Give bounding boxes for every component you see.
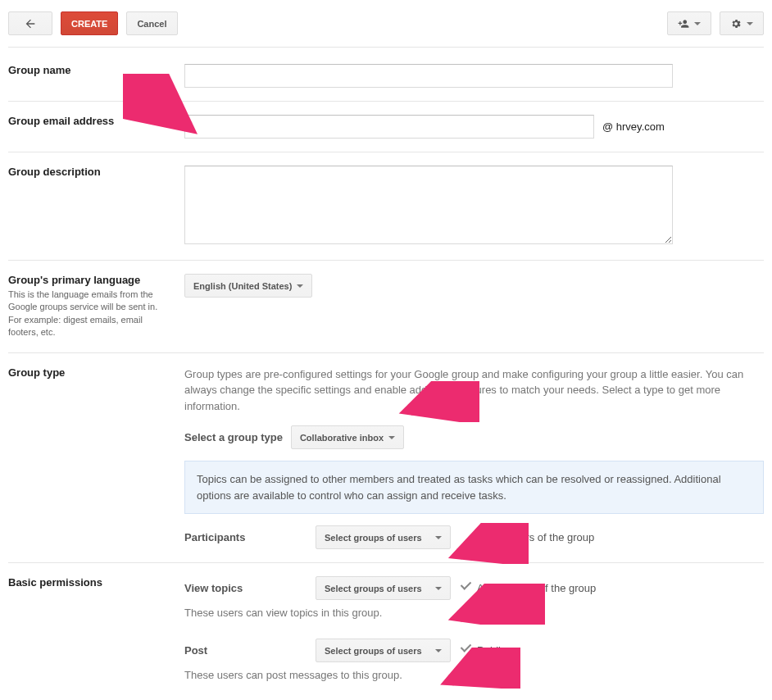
back-button[interactable] (8, 11, 52, 35)
view-topics-label: View topics (184, 582, 307, 594)
group-type-select[interactable]: Collaborative inbox (291, 425, 404, 449)
group-type-info: Topics can be assigned to other members … (184, 461, 764, 514)
label-group-description: Group description (8, 166, 168, 178)
post-select[interactable]: Select groups of users (316, 639, 451, 662)
checkmark-icon (461, 643, 472, 657)
post-help: These users can post messages to this gr… (184, 669, 764, 681)
chevron-down-icon (435, 536, 442, 539)
language-select[interactable]: English (United States) (184, 274, 312, 298)
row-primary-language: Group's primary language This is the lan… (8, 261, 764, 353)
cancel-button[interactable]: Cancel (126, 11, 177, 35)
language-select-value: English (United States) (193, 281, 292, 291)
label-group-email: Group email address (8, 115, 168, 127)
chevron-down-icon (388, 436, 395, 439)
chevron-down-icon (297, 284, 303, 288)
row-basic-permissions: Basic permissions View topics Select gro… (8, 563, 764, 700)
toolbar: CREATE Cancel (8, 8, 764, 48)
help-primary-language: This is the language emails from the Goo… (8, 289, 168, 339)
participants-label: Participants (184, 531, 307, 543)
group-name-input[interactable] (184, 64, 673, 88)
row-group-name: Group name (8, 51, 764, 102)
group-email-input[interactable] (184, 115, 594, 139)
people-button[interactable] (667, 11, 711, 35)
view-topics-value: All members of the group (477, 582, 596, 594)
email-domain-suffix: @ hrvey.com (594, 120, 665, 133)
person-add-icon (678, 17, 689, 30)
view-topics-help: These users can view topics in this grou… (184, 607, 764, 619)
chevron-down-icon (435, 649, 442, 652)
participants-select[interactable]: Select groups of users (316, 525, 451, 549)
row-group-type: Group type Group types are pre-configure… (8, 353, 764, 564)
label-group-type: Group type (8, 366, 168, 379)
group-type-select-value: Collaborative inbox (300, 433, 384, 443)
participants-select-value: Select groups of users (325, 533, 422, 543)
select-group-type-label: Select a group type (184, 431, 283, 443)
row-group-email: Group email address @ hrvey.com (8, 102, 764, 152)
label-group-name: Group name (8, 64, 168, 76)
settings-button[interactable] (720, 11, 764, 35)
back-arrow-icon (24, 17, 37, 30)
row-group-description: Group description (8, 152, 764, 261)
post-label: Post (184, 644, 307, 657)
participants-value: All members of the group (475, 531, 594, 543)
gear-icon (730, 17, 742, 30)
view-topics-select[interactable]: Select groups of users (316, 576, 451, 600)
group-type-description: Group types are pre-configured settings … (184, 366, 764, 415)
checkmark-icon (461, 581, 472, 595)
group-description-input[interactable] (184, 166, 673, 244)
label-basic-permissions: Basic permissions (8, 576, 168, 589)
chevron-down-icon (435, 587, 442, 590)
label-primary-language: Group's primary language (8, 274, 168, 286)
create-button[interactable]: CREATE (61, 11, 118, 35)
post-value: Public (477, 644, 506, 657)
